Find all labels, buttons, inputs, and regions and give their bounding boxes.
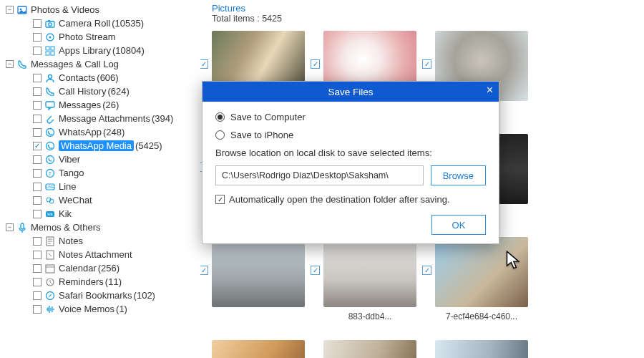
checkbox-icon[interactable] bbox=[33, 33, 42, 42]
checkbox-icon[interactable] bbox=[33, 74, 42, 82]
tree-item-label: Voice Memos bbox=[59, 304, 114, 314]
tree-group[interactable]: −Messages & Call Log bbox=[4, 57, 200, 71]
thumb-image bbox=[212, 237, 305, 307]
tree-item-label: Apps Library bbox=[59, 45, 111, 56]
tree-item-count: (5425) bbox=[135, 140, 162, 151]
tree-item[interactable]: WeChat bbox=[4, 193, 200, 207]
svg-point-6 bbox=[49, 36, 52, 38]
radio-save-iphone[interactable]: Save to iPhone bbox=[215, 130, 486, 140]
tree-item[interactable]: TTango bbox=[4, 166, 200, 180]
svg-rect-24 bbox=[21, 223, 24, 229]
apps-icon bbox=[44, 45, 56, 57]
tree-item[interactable]: LINELine bbox=[4, 180, 200, 193]
checkbox-icon[interactable] bbox=[33, 128, 42, 137]
tree-item[interactable]: Apps Library (10804) bbox=[4, 44, 200, 57]
auto-open-checkbox[interactable]: Automatically open the destination folde… bbox=[215, 194, 486, 205]
browse-button[interactable]: Browse bbox=[431, 165, 486, 185]
tango-icon: T bbox=[44, 168, 56, 179]
tree-item[interactable]: Reminders (11) bbox=[4, 275, 200, 289]
checkbox-icon[interactable] bbox=[33, 47, 42, 55]
thumbnail[interactable]: 9-539d13eb-fac1-4... bbox=[323, 340, 416, 358]
svg-rect-7 bbox=[46, 47, 49, 50]
thumbnail[interactable] bbox=[212, 237, 305, 321]
tree-item-label: Message Attachments bbox=[59, 113, 150, 124]
radio-icon bbox=[215, 112, 225, 122]
thumb-image bbox=[323, 340, 416, 358]
checkbox-icon[interactable] bbox=[33, 87, 42, 96]
close-icon[interactable]: × bbox=[487, 84, 493, 96]
tree-item[interactable]: Call History (624) bbox=[4, 84, 200, 98]
tree-item[interactable]: Photo Stream bbox=[4, 30, 200, 44]
tree-item[interactable]: Safari Bookmarks (102) bbox=[4, 289, 200, 302]
save-files-dialog: Save Files × Save to Computer Save to iP… bbox=[202, 81, 499, 244]
svg-point-13 bbox=[47, 128, 54, 136]
thumbnail[interactable]: 10-bba6c -ddb... bbox=[435, 340, 528, 358]
checkbox-icon[interactable] bbox=[33, 210, 42, 218]
checkbox-icon[interactable] bbox=[33, 291, 42, 300]
svg-rect-12 bbox=[46, 102, 54, 107]
tree-item[interactable]: Messages (26) bbox=[4, 98, 200, 112]
tree-item[interactable]: WhatsApp (248) bbox=[4, 125, 200, 139]
tree-item[interactable]: Calendar (256) bbox=[4, 261, 200, 275]
thumb-image bbox=[435, 340, 528, 358]
tree-group-label: Photos & Videos bbox=[31, 4, 99, 15]
thumb-filename: 883-ddb4... bbox=[348, 311, 392, 321]
checkbox-icon[interactable] bbox=[33, 305, 42, 314]
checkbox-icon[interactable] bbox=[33, 101, 42, 110]
svg-rect-30 bbox=[46, 265, 54, 273]
thumb-checkbox[interactable] bbox=[311, 59, 320, 69]
checkbox-icon[interactable] bbox=[33, 115, 42, 123]
tree-item[interactable]: Message Attachments (394) bbox=[4, 112, 200, 125]
thumb-filename: 7-ecf4e684-c460... bbox=[446, 311, 517, 321]
thumbnail[interactable]: 883-ddb4... bbox=[323, 237, 416, 321]
tree-group-label: Messages & Call Log bbox=[31, 59, 119, 69]
checkbox-icon[interactable] bbox=[33, 183, 42, 191]
thumbnail[interactable]: 7-ecf4e684-c460... bbox=[435, 237, 528, 321]
tree-item[interactable]: WhatsApp Media (5425) bbox=[4, 139, 200, 153]
thumb-checkbox[interactable] bbox=[311, 266, 320, 275]
viber-icon bbox=[44, 154, 56, 165]
thumb-checkbox[interactable] bbox=[200, 266, 208, 275]
tree-item-label: WhatsApp Media bbox=[59, 140, 134, 151]
tree-item-label: Safari Bookmarks bbox=[59, 290, 132, 301]
tree-item[interactable]: Viber bbox=[4, 153, 200, 166]
checkbox-icon[interactable] bbox=[33, 169, 42, 178]
path-input[interactable] bbox=[215, 165, 424, 185]
tree-item-label: Calendar bbox=[59, 263, 97, 274]
tree-item-label: Contacts bbox=[59, 72, 95, 83]
checkbox-icon[interactable] bbox=[33, 251, 42, 259]
checkbox-icon[interactable] bbox=[33, 19, 42, 28]
svg-rect-10 bbox=[51, 52, 54, 55]
checkbox-icon[interactable] bbox=[33, 264, 42, 273]
tree-item[interactable]: Contacts (606) bbox=[4, 71, 200, 84]
thumb-checkbox[interactable] bbox=[422, 59, 431, 69]
photos-icon bbox=[16, 4, 28, 16]
thumb-checkbox[interactable] bbox=[200, 59, 208, 69]
sidebar: −Photos & VideosCamera Roll (10535)Photo… bbox=[0, 0, 200, 358]
tree-item-label: Line bbox=[59, 181, 77, 192]
checkbox-icon[interactable] bbox=[33, 155, 42, 164]
call-icon bbox=[44, 86, 56, 97]
tree-item-label: WeChat bbox=[59, 195, 92, 205]
tree-item[interactable]: kikKik bbox=[4, 207, 200, 221]
expand-icon[interactable]: − bbox=[6, 223, 14, 231]
tree-group[interactable]: −Photos & Videos bbox=[4, 3, 200, 16]
tree-item[interactable]: Voice Memos (1) bbox=[4, 302, 200, 316]
tree-item[interactable]: Notes Attachment bbox=[4, 248, 200, 261]
checkbox-icon[interactable] bbox=[33, 142, 42, 150]
thumb-checkbox[interactable] bbox=[422, 266, 431, 275]
thumbnail[interactable]: 8-b2c06f0c-0532-... bbox=[212, 340, 305, 358]
tree-group[interactable]: −Memos & Others bbox=[4, 221, 200, 234]
svg-rect-4 bbox=[48, 20, 50, 21]
tree-item-count: (11) bbox=[105, 276, 122, 287]
checkbox-icon[interactable] bbox=[33, 196, 42, 205]
ok-button[interactable]: OK bbox=[431, 215, 486, 235]
radio-save-computer[interactable]: Save to Computer bbox=[215, 112, 486, 122]
checkbox-icon[interactable] bbox=[33, 237, 42, 246]
tree-item[interactable]: Notes bbox=[4, 234, 200, 248]
wechat-icon bbox=[44, 195, 56, 206]
expand-icon[interactable]: − bbox=[6, 6, 14, 14]
checkbox-icon[interactable] bbox=[33, 278, 42, 286]
expand-icon[interactable]: − bbox=[6, 60, 14, 68]
tree-item[interactable]: Camera Roll (10535) bbox=[4, 16, 200, 30]
